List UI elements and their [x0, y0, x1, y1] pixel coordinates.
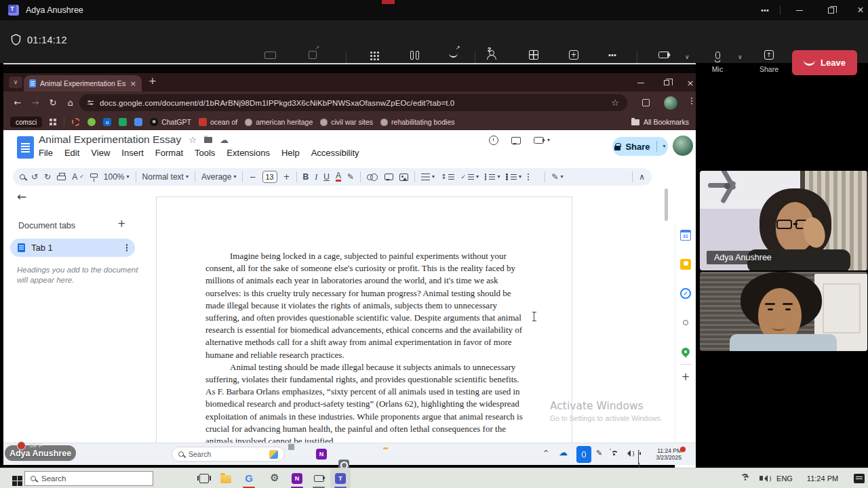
onenote-taskbar-icon[interactable]: N: [316, 449, 327, 460]
inner-volume-icon[interactable]: [623, 451, 627, 463]
font-select[interactable]: Average▾: [201, 172, 237, 182]
forward-icon[interactable]: →: [26, 98, 44, 107]
underline-icon[interactable]: U: [323, 172, 330, 182]
onedrive-icon[interactable]: ☁: [559, 448, 568, 457]
hide-menus-icon[interactable]: ∧: [639, 173, 645, 181]
bookmark-star-icon[interactable]: ☆: [611, 98, 619, 107]
bold-icon[interactable]: B: [303, 172, 309, 182]
volume-icon[interactable]: [753, 468, 773, 488]
zoom-select[interactable]: 100%▾: [104, 172, 130, 182]
new-tab-button[interactable]: +: [149, 76, 157, 85]
share-dropdown-icon[interactable]: ▾: [663, 144, 666, 149]
inner-wifi-icon[interactable]: [609, 450, 612, 462]
line-spacing-icon[interactable]: ↕: [441, 174, 454, 180]
doc-scrollbar[interactable]: [665, 188, 668, 221]
participant-video-1[interactable]: Adya Anushree: [700, 171, 867, 270]
bookmark-ocean-of[interactable]: ocean of: [199, 118, 237, 126]
menu-view[interactable]: View: [91, 148, 110, 158]
checklist-icon[interactable]: ✓▾: [460, 174, 479, 180]
back-icon[interactable]: ←: [9, 98, 26, 107]
favicon-docs[interactable]: [134, 118, 142, 126]
highlight-icon[interactable]: ✎: [347, 173, 354, 181]
teams-app-icon[interactable]: T: [330, 468, 351, 488]
close-button[interactable]: ×: [849, 0, 868, 20]
menu-insert[interactable]: Insert: [121, 148, 144, 158]
add-tab-icon[interactable]: +: [117, 219, 126, 229]
doc-tab-1[interactable]: Tab 1: [10, 239, 135, 257]
document-title[interactable]: Animal Experimentation Essay: [39, 134, 181, 146]
bookmark-folder-comsci[interactable]: comsci: [10, 117, 42, 127]
browser-profile-avatar[interactable]: [664, 96, 677, 110]
undo-icon[interactable]: ↺: [31, 173, 38, 181]
version-history-icon[interactable]: [489, 136, 498, 145]
align-icon[interactable]: ▾: [421, 174, 435, 180]
menu-edit[interactable]: Edit: [64, 148, 79, 158]
get-addons-icon[interactable]: +: [680, 371, 692, 383]
numbered-list-icon[interactable]: ▾: [506, 174, 521, 180]
bulleted-list-icon[interactable]: ▾: [485, 174, 500, 180]
menu-extensions[interactable]: Extensions: [226, 148, 270, 158]
inner-search-box[interactable]: Search: [172, 447, 285, 462]
close-panel-icon[interactable]: ←: [17, 191, 26, 203]
insert-image-icon[interactable]: [399, 174, 408, 181]
site-settings-icon[interactable]: [87, 101, 94, 102]
menu-format[interactable]: Format: [155, 148, 183, 158]
text-color-icon[interactable]: A: [336, 172, 341, 182]
task-view-button[interactable]: [194, 468, 214, 488]
bookmark-civil-war-sites[interactable]: civil war sites: [320, 118, 373, 126]
camera-chevron-icon[interactable]: ∨: [685, 54, 690, 60]
italic-icon[interactable]: I: [315, 172, 317, 182]
start-button[interactable]: [4, 468, 24, 488]
inner-clock[interactable]: 11:24 PM 3/23/2025: [649, 447, 682, 461]
chrome-restore-button[interactable]: [656, 76, 677, 89]
search-menus-icon[interactable]: [20, 174, 25, 180]
minimize-button[interactable]: [788, 0, 811, 20]
docs-share-button[interactable]: Share ▾: [612, 137, 668, 156]
bookmark-rehabilitating-bodies[interactable]: rehabilitating bodies: [380, 118, 454, 126]
favicon-outlook[interactable]: o: [103, 118, 111, 126]
action-center-icon[interactable]: [849, 468, 868, 488]
camera-app-icon[interactable]: [309, 468, 329, 488]
increase-font-icon[interactable]: +: [283, 173, 290, 181]
favicon-dashed[interactable]: [72, 118, 80, 126]
restore-button[interactable]: [819, 0, 842, 20]
insert-link-icon[interactable]: [367, 174, 373, 180]
decrease-font-icon[interactable]: −: [249, 173, 256, 181]
redo-icon[interactable]: ↻: [44, 173, 51, 181]
explorer-icon[interactable]: [216, 468, 236, 488]
chrome-close-button[interactable]: ×: [680, 76, 701, 89]
home-icon[interactable]: ⌂: [62, 98, 79, 107]
mic-chevron-icon[interactable]: ∨: [738, 54, 743, 60]
paint-format-icon[interactable]: [90, 177, 98, 178]
meet-button[interactable]: ▾: [534, 137, 550, 144]
address-bar[interactable]: docs.google.com/document/d/1bRArBNj98Dm1…: [79, 94, 627, 111]
google-chrome-icon[interactable]: G: [239, 468, 259, 488]
print-icon[interactable]: [57, 174, 66, 180]
menu-help[interactable]: Help: [281, 148, 300, 158]
favicon-green[interactable]: [87, 118, 96, 126]
language-indicator[interactable]: ENG: [773, 468, 796, 488]
star-document-icon[interactable]: ☆: [189, 136, 197, 144]
taskbar-search-box[interactable]: Search: [24, 471, 153, 486]
menu-tools[interactable]: Tools: [195, 148, 215, 158]
document-page[interactable]: Imagine being locked in a cage, subjecte…: [156, 197, 572, 443]
bookmark-chatgpt[interactable]: ✻ ChatGPT: [150, 118, 191, 126]
pen-tray-icon[interactable]: ✎: [596, 449, 602, 457]
tasks-icon[interactable]: ✓: [680, 287, 692, 299]
styles-select[interactable]: Normal text▾: [142, 172, 189, 182]
apps-grid-icon[interactable]: [50, 119, 56, 125]
editing-mode-icon[interactable]: ✎▾: [551, 173, 563, 181]
contacts-icon[interactable]: [680, 317, 692, 328]
comments-icon[interactable]: [511, 137, 521, 144]
browser-tab[interactable]: Animal Experimentation Essay ×: [24, 75, 142, 92]
spell-check-icon[interactable]: A✓: [72, 172, 84, 182]
menu-file[interactable]: File: [39, 148, 53, 158]
tray-expand-icon[interactable]: ^: [543, 450, 549, 457]
calendar-icon[interactable]: 31: [680, 229, 692, 241]
keep-icon[interactable]: [680, 258, 692, 270]
add-comment-icon[interactable]: [384, 174, 393, 180]
leave-button[interactable]: Leave: [792, 50, 857, 75]
extensions-icon[interactable]: [637, 99, 654, 106]
wifi-icon[interactable]: [734, 468, 755, 488]
chrome-minimize-button[interactable]: [631, 76, 651, 89]
